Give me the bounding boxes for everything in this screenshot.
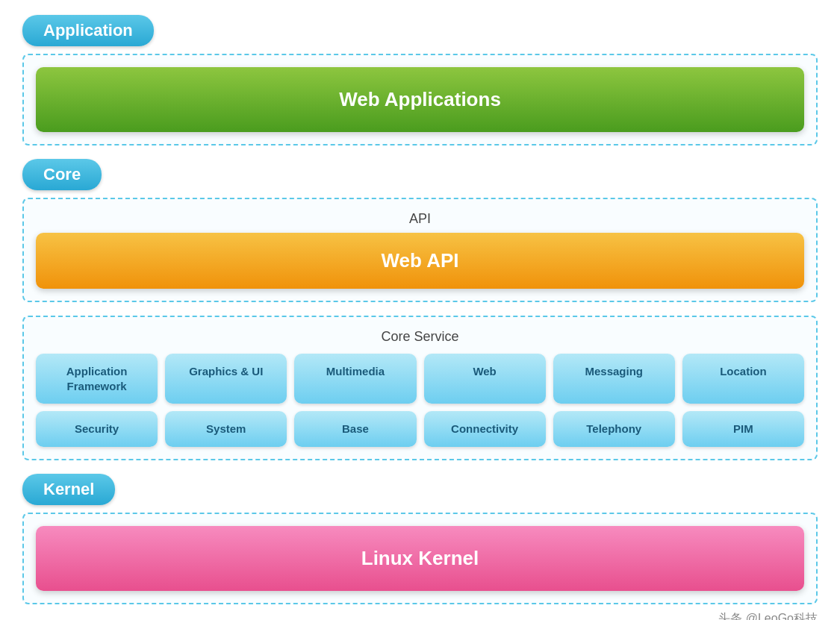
service-base: Base [294,411,416,447]
application-label-container: Application [22,15,818,54]
service-graphics-ui: Graphics & UI [165,354,287,404]
service-web: Web [424,354,546,404]
application-section: Web Applications [22,54,818,145]
web-api-bar: Web API [36,233,804,289]
application-label: Application [22,15,154,46]
service-grid-row1: Application Framework Graphics & UI Mult… [36,354,804,447]
kernel-label-container: Kernel [22,474,818,513]
service-telephony: Telephony [553,411,675,447]
service-connectivity: Connectivity [424,411,546,447]
service-pim: PIM [682,411,804,447]
service-messaging: Messaging [553,354,675,404]
service-multimedia: Multimedia [294,354,416,404]
watermark: 头条 @LeoGo科技 [718,611,818,621]
core-label-container: Core [22,159,818,198]
api-label: API [36,211,804,227]
core-label: Core [22,159,102,190]
service-application-framework: Application Framework [36,354,158,404]
service-system: System [165,411,287,447]
core-service-label: Core Service [36,329,804,345]
service-location: Location [682,354,804,404]
api-section: API Web API [22,198,818,302]
service-security: Security [36,411,158,447]
core-service-section: Core Service Application Framework Graph… [22,316,818,460]
web-applications-bar: Web Applications [36,67,804,132]
kernel-section: Linux Kernel [22,513,818,604]
linux-kernel-bar: Linux Kernel [36,526,804,591]
kernel-label: Kernel [22,474,115,505]
